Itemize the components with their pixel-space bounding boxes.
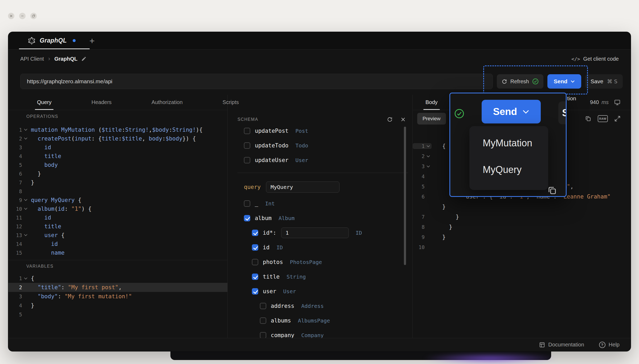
code-line[interactable]: 6 } xyxy=(8,169,227,178)
code-line[interactable]: 3 id xyxy=(8,143,227,152)
send-menu-item-myquery[interactable]: MyQuery xyxy=(469,156,548,183)
fold-caret-icon[interactable] xyxy=(22,208,29,210)
code-line[interactable]: 12 title xyxy=(8,222,227,231)
code-line[interactable]: 1{ xyxy=(8,274,227,283)
send-menu-item-mymutation[interactable]: MyMutation xyxy=(469,130,548,156)
code-line[interactable]: 8 xyxy=(8,187,227,196)
help-link[interactable]: ? Help xyxy=(599,342,620,348)
code-line[interactable]: 5 body xyxy=(8,160,227,169)
breadcrumb-request-name[interactable]: GraphQL xyxy=(54,56,77,62)
raw-download-icon[interactable]: RAW xyxy=(598,115,608,122)
operation-name-input[interactable] xyxy=(266,181,339,193)
schema-field-row[interactable]: companyCompany xyxy=(228,328,412,338)
code-line[interactable]: } xyxy=(413,202,631,212)
field-checkbox[interactable] xyxy=(260,332,266,338)
view-tab-preview[interactable]: Preview xyxy=(417,113,446,125)
schema-field-row[interactable]: titleString xyxy=(228,269,412,284)
breadcrumb-workspace[interactable]: API Client xyxy=(20,56,44,62)
field-checkbox[interactable] xyxy=(260,317,266,324)
request-tab-authorization[interactable]: Authorization xyxy=(151,95,183,110)
code-line[interactable]: 1mutation MyMutation ($title:String!,$bo… xyxy=(8,125,227,134)
code-line[interactable]: 4 title xyxy=(8,152,227,160)
code-line[interactable]: 4} xyxy=(8,301,227,310)
field-checkbox[interactable] xyxy=(244,128,250,134)
fold-caret-icon[interactable] xyxy=(425,155,432,158)
field-checkbox[interactable] xyxy=(244,215,250,221)
gutter: 4 xyxy=(413,173,432,179)
field-checkbox[interactable] xyxy=(244,200,250,207)
fold-caret-icon[interactable] xyxy=(22,129,29,131)
expand-icon[interactable] xyxy=(614,115,621,122)
line-number: 9 xyxy=(8,197,22,203)
schema-field-row[interactable]: photosPhotosPage xyxy=(228,255,412,269)
operations-editor[interactable]: 1mutation MyMutation ($title:String!,$bo… xyxy=(8,123,227,260)
field-checkbox[interactable] xyxy=(244,142,250,149)
schema-field-row[interactable]: idID xyxy=(228,240,412,255)
field-checkbox[interactable] xyxy=(260,303,266,309)
schema-field-row[interactable]: updateTodoTodo xyxy=(228,138,412,153)
edit-pencil-icon[interactable] xyxy=(81,56,87,61)
code-line[interactable]: 2 "title": "My first post", xyxy=(8,283,227,292)
send-button[interactable]: Send xyxy=(547,74,581,89)
schema-field-row[interactable]: albumAlbum xyxy=(228,211,412,225)
fold-caret-icon[interactable] xyxy=(22,137,29,140)
schema-field-row[interactable]: updateUserUser xyxy=(228,153,412,167)
request-tab-headers[interactable]: Headers xyxy=(91,95,112,110)
code-line[interactable]: 5 xyxy=(8,310,227,319)
send-button-magnified[interactable]: Send xyxy=(482,100,541,123)
field-type: ID xyxy=(356,230,362,236)
gutter: 5 xyxy=(413,184,432,189)
schema-close-icon[interactable] xyxy=(401,117,405,122)
code-line[interactable]: 14 id xyxy=(8,239,227,248)
field-checkbox[interactable] xyxy=(252,244,258,251)
request-tab-query[interactable]: Query xyxy=(37,95,51,110)
field-checkbox[interactable] xyxy=(252,274,258,280)
request-url-input[interactable] xyxy=(20,74,493,89)
schema-field-row[interactable]: id*:ID xyxy=(228,225,412,240)
request-tab-graphql[interactable]: GraphQL xyxy=(28,32,76,49)
code-line[interactable]: 9query MyQuery { xyxy=(8,196,227,204)
code-line[interactable]: 10 xyxy=(413,242,631,252)
fold-caret-icon[interactable] xyxy=(425,165,432,168)
field-name: updatePost xyxy=(255,128,288,134)
monitor-icon[interactable] xyxy=(614,99,621,106)
schema-field-row[interactable]: albumsAlbumsPage xyxy=(228,313,412,328)
response-actions: RAW xyxy=(585,115,621,122)
fold-caret-icon[interactable] xyxy=(425,145,432,147)
variables-editor[interactable]: 1{2 "title": "My first post",3 "body": "… xyxy=(8,272,227,319)
refresh-schema-button[interactable]: Refresh xyxy=(497,74,543,89)
code-line[interactable]: 7 } xyxy=(413,212,631,222)
field-checkbox[interactable] xyxy=(252,259,258,265)
fold-caret-icon[interactable] xyxy=(22,199,29,201)
schema-field-row[interactable]: updatePostPost xyxy=(228,123,412,138)
fold-caret-icon[interactable] xyxy=(22,234,29,236)
fold-caret-icon[interactable] xyxy=(22,277,29,280)
schema-refresh-icon[interactable] xyxy=(387,117,393,122)
new-tab-button[interactable]: + xyxy=(89,36,95,45)
code-line[interactable]: 3 "body": "My first mutation!" xyxy=(8,292,227,301)
code-line[interactable]: 11 id xyxy=(8,213,227,222)
code-line[interactable]: 15 name xyxy=(8,248,227,257)
schema-field-row[interactable]: _Int xyxy=(228,196,412,211)
field-checkbox[interactable] xyxy=(252,230,258,236)
field-arg-input[interactable] xyxy=(281,228,349,238)
field-checkbox[interactable] xyxy=(244,157,250,163)
code-line[interactable]: 13 user { xyxy=(8,231,227,239)
schema-field-row[interactable]: userUser xyxy=(228,284,412,299)
response-tab-body[interactable]: Body xyxy=(425,95,438,110)
restore-icon[interactable] xyxy=(30,13,37,19)
code-line[interactable]: 2 createPost(input: {title:$title, body:… xyxy=(8,134,227,143)
documentation-link[interactable]: Documentation xyxy=(539,342,584,348)
minimize-icon[interactable] xyxy=(19,13,26,19)
code-line[interactable]: 9} xyxy=(413,232,631,242)
code-line[interactable]: 10 album(id: "1") { xyxy=(8,204,227,213)
schema-scrollbar[interactable] xyxy=(404,127,406,265)
field-checkbox[interactable] xyxy=(252,288,258,295)
code-line[interactable]: 7} xyxy=(8,178,227,187)
close-icon[interactable] xyxy=(8,13,14,19)
get-client-code-link[interactable]: </> Get client code xyxy=(571,56,619,62)
save-button[interactable]: Save ⌘ S xyxy=(585,74,623,89)
copy-icon[interactable] xyxy=(585,115,591,122)
schema-field-row[interactable]: addressAddress xyxy=(228,299,412,313)
code-line[interactable]: 8 } xyxy=(413,222,631,232)
